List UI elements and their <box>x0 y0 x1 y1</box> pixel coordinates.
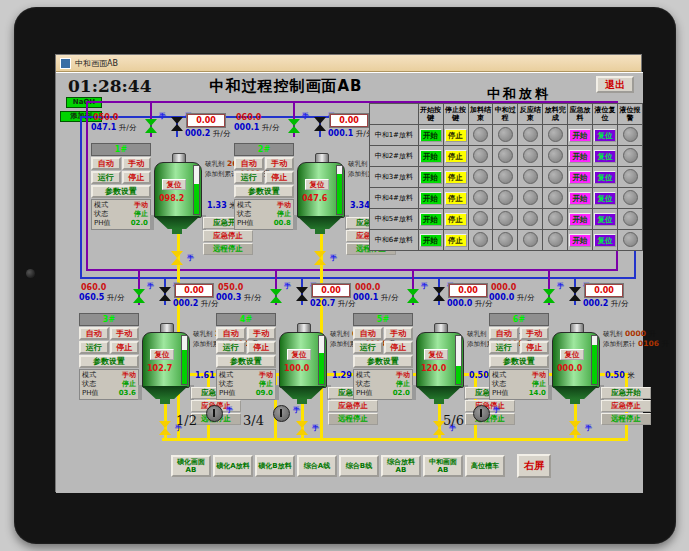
stop-button[interactable]: 停止 <box>445 129 467 142</box>
flow-actual: 000.1 升/分 <box>234 123 279 133</box>
stop-button[interactable]: 停止 <box>247 341 277 354</box>
start-button[interactable]: 开始 <box>420 171 442 184</box>
discharge-valve-icon[interactable] <box>171 251 183 265</box>
emergency-discharge-button[interactable]: 开始 <box>569 150 591 163</box>
level-reset-button[interactable]: 复位 <box>594 213 616 226</box>
manual-button[interactable]: 手动 <box>384 327 414 340</box>
emergency-discharge-button[interactable]: 开始 <box>569 234 591 247</box>
flow2-actual: 000.0 升/分 <box>447 299 492 309</box>
additive-valve-icon[interactable] <box>314 117 326 131</box>
emergency-stop-button[interactable]: 应急停止 <box>601 400 651 412</box>
inlet-valve-icon[interactable] <box>270 289 282 303</box>
pump-icon[interactable] <box>273 405 290 422</box>
manual-button[interactable]: 手动 <box>247 327 277 340</box>
pump-icon[interactable] <box>206 405 223 422</box>
emergency-discharge-button[interactable]: 开始 <box>569 171 591 184</box>
stop-button[interactable]: 停止 <box>384 341 414 354</box>
ph-label: PH值 <box>94 219 111 228</box>
emergency-start-button[interactable]: 应急开始 <box>601 387 651 399</box>
auto-button[interactable]: 自动 <box>353 327 383 340</box>
manual-button[interactable]: 手动 <box>520 327 550 340</box>
pump-icon[interactable] <box>473 405 490 422</box>
auto-button[interactable]: 自动 <box>216 327 246 340</box>
stop-button[interactable]: 停止 <box>445 213 467 226</box>
start-button[interactable]: 开始 <box>420 150 442 163</box>
additive-valve-icon[interactable] <box>159 287 171 301</box>
params-button[interactable]: 参数设置 <box>234 185 294 198</box>
nav-button-7[interactable]: 中和画面AB <box>423 455 463 477</box>
stop-button[interactable]: 停止 <box>445 171 467 184</box>
run-button[interactable]: 运行 <box>79 341 109 354</box>
inlet-valve-icon[interactable] <box>133 289 145 303</box>
level-reset-button[interactable]: 复位 <box>594 150 616 163</box>
inlet-valve-icon[interactable] <box>543 289 555 303</box>
run-button[interactable]: 运行 <box>353 341 383 354</box>
emergency-discharge-button[interactable]: 开始 <box>569 213 591 226</box>
tank-reset-button[interactable]: 复位 <box>424 349 448 360</box>
manual-button[interactable]: 手动 <box>110 327 140 340</box>
tank-reset-button[interactable]: 复位 <box>305 179 329 190</box>
exit-button[interactable]: 退出 <box>596 76 634 93</box>
level-reset-button[interactable]: 复位 <box>594 171 616 184</box>
discharge-valve-icon[interactable] <box>296 421 308 435</box>
tank-reset-button[interactable]: 复位 <box>150 349 174 360</box>
auto-button[interactable]: 自动 <box>234 157 264 170</box>
level-reset-button[interactable]: 复位 <box>594 192 616 205</box>
manual-button[interactable]: 手动 <box>122 157 152 170</box>
tank-reset-button[interactable]: 复位 <box>162 179 186 190</box>
stop-button[interactable]: 停止 <box>122 171 152 184</box>
params-button[interactable]: 参数设置 <box>91 185 151 198</box>
start-button[interactable]: 开始 <box>420 234 442 247</box>
stop-button[interactable]: 停止 <box>265 171 295 184</box>
tank-reset-button[interactable]: 复位 <box>560 349 584 360</box>
stop-button[interactable]: 停止 <box>445 150 467 163</box>
panel-buttons: 自动 手动 运行 停止 参数设置 <box>234 157 294 198</box>
run-button[interactable]: 运行 <box>216 341 246 354</box>
stop-button[interactable]: 停止 <box>110 341 140 354</box>
ph-label: PH值 <box>82 389 99 398</box>
params-button[interactable]: 参数设置 <box>489 355 549 368</box>
additive-valve-icon[interactable] <box>569 287 581 301</box>
auto-button[interactable]: 自动 <box>79 327 109 340</box>
level-reset-button[interactable]: 复位 <box>594 129 616 142</box>
status-lamp <box>548 127 563 142</box>
params-button[interactable]: 参数设置 <box>216 355 276 368</box>
nav-button-9[interactable]: 右屏 <box>517 454 551 478</box>
nav-button-5[interactable]: 综合B线 <box>339 455 379 477</box>
inlet-valve-icon[interactable] <box>288 119 300 133</box>
discharge-valve-icon[interactable] <box>314 251 326 265</box>
auto-button[interactable]: 自动 <box>91 157 121 170</box>
manual-button[interactable]: 手动 <box>265 157 295 170</box>
discharge-valve-icon[interactable] <box>159 421 171 435</box>
nav-button-1[interactable]: 磺化画面AB <box>171 455 211 477</box>
start-button[interactable]: 开始 <box>420 129 442 142</box>
additive-valve-icon[interactable] <box>171 117 183 131</box>
additive-valve-icon[interactable] <box>296 287 308 301</box>
auto-button[interactable]: 自动 <box>489 327 519 340</box>
nav-button-4[interactable]: 综合A线 <box>297 455 337 477</box>
params-button[interactable]: 参数设置 <box>353 355 413 368</box>
level-reset-button[interactable]: 复位 <box>594 234 616 247</box>
remote-stop-button[interactable]: 远程停止 <box>601 413 651 425</box>
stop-button[interactable]: 停止 <box>445 234 467 247</box>
nav-button-6[interactable]: 综合放料AB <box>381 455 421 477</box>
run-button[interactable]: 运行 <box>91 171 121 184</box>
inlet-valve-icon[interactable] <box>145 119 157 133</box>
params-button[interactable]: 参数设置 <box>79 355 139 368</box>
discharge-valve-icon[interactable] <box>569 421 581 435</box>
nav-button-2[interactable]: 磺化A放料 <box>213 455 253 477</box>
run-button[interactable]: 运行 <box>234 171 264 184</box>
start-button[interactable]: 开始 <box>420 192 442 205</box>
emergency-discharge-button[interactable]: 开始 <box>569 192 591 205</box>
nav-button-3[interactable]: 磺化B放料 <box>255 455 295 477</box>
additive-valve-icon[interactable] <box>433 287 445 301</box>
nav-button-8[interactable]: 高位槽车 <box>465 455 505 477</box>
run-button[interactable]: 运行 <box>489 341 519 354</box>
emergency-discharge-button[interactable]: 开始 <box>569 129 591 142</box>
stop-button[interactable]: 停止 <box>445 192 467 205</box>
stop-button[interactable]: 停止 <box>520 341 550 354</box>
tank-outlet <box>570 399 580 404</box>
tank-reset-button[interactable]: 复位 <box>287 349 311 360</box>
inlet-valve-icon[interactable] <box>407 289 419 303</box>
start-button[interactable]: 开始 <box>420 213 442 226</box>
